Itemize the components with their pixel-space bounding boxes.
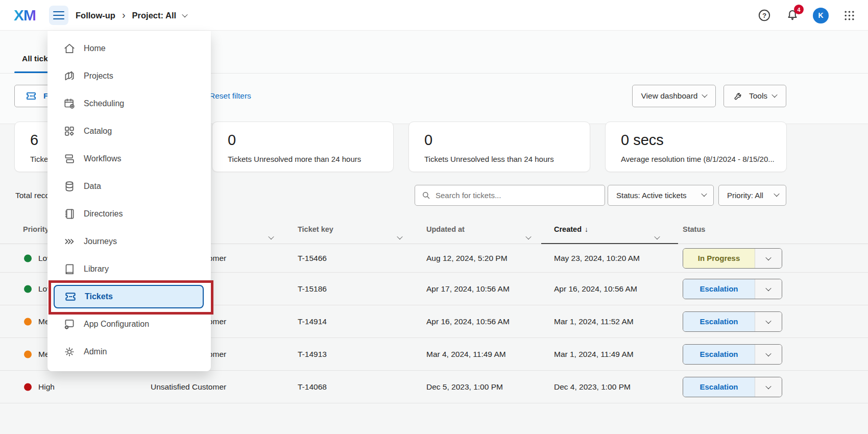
help-button[interactable]: ? xyxy=(757,8,772,23)
created-cell: Dec 4, 2023, 1:00 PM xyxy=(554,382,631,392)
search-input[interactable] xyxy=(436,191,598,200)
chevron-down-icon xyxy=(771,91,777,97)
updated-at-cell: Apr 16, 2024, 10:56 AM xyxy=(426,317,510,326)
chevron-down-icon xyxy=(755,279,782,299)
created-cell: May 23, 2024, 10:20 AM xyxy=(554,254,640,263)
menu-item-scheduling[interactable]: Scheduling xyxy=(47,90,211,117)
tools-label: Tools xyxy=(749,91,767,101)
xm-logo[interactable]: XM xyxy=(14,7,36,24)
directories-icon xyxy=(63,207,76,221)
workflows-icon xyxy=(63,152,76,165)
stat-card-unresolved-more-24h: 0 Tickets Unresolved more than 24 hours xyxy=(212,122,394,172)
projects-icon xyxy=(63,69,76,83)
status-badge: Escalation xyxy=(683,312,755,331)
column-created[interactable]: Created↓ xyxy=(554,225,588,233)
topbar-actions: ? 4 K xyxy=(757,0,857,31)
chevron-down-icon xyxy=(755,312,782,331)
column-status: Status xyxy=(683,225,705,233)
menu-item-label: Home xyxy=(84,44,106,53)
menu-item-app-configuration[interactable]: App Configuration xyxy=(47,310,211,338)
menu-item-label: Admin xyxy=(84,347,107,356)
stat-value: 0 xyxy=(228,132,381,149)
updated-at-cell: Dec 5, 2023, 1:00 PM xyxy=(426,382,503,392)
data-icon xyxy=(63,180,76,193)
view-dashboard-button[interactable]: View dashboard xyxy=(632,85,716,107)
created-cell: Apr 16, 2024, 10:56 AM xyxy=(554,284,637,294)
scheduling-icon xyxy=(63,97,76,110)
stat-label: Tickets Unresolved more than 24 hours xyxy=(228,155,381,163)
menu-item-label: Data xyxy=(84,182,101,191)
project-selector[interactable]: Project: All xyxy=(132,11,177,20)
table-row[interactable]: High Unsatisfied Customer T-14068 Dec 5,… xyxy=(0,371,868,403)
view-dashboard-label: View dashboard xyxy=(641,91,698,101)
tickets-icon xyxy=(64,290,77,303)
ticket-key-cell: T-15466 xyxy=(298,254,327,263)
chevron-down-icon[interactable] xyxy=(182,12,187,17)
updated-at-cell: Mar 4, 2024, 11:49 AM xyxy=(426,350,506,359)
admin-icon xyxy=(63,345,76,358)
priority-filter-label: Priority: All xyxy=(727,191,763,200)
menu-item-admin[interactable]: Admin xyxy=(47,338,211,366)
column-updated-at: Updated at xyxy=(426,225,465,233)
stat-card-avg-resolution: 0 secs Average resolution time (8/1/2024… xyxy=(605,122,787,172)
menu-item-label: Projects xyxy=(84,71,113,81)
chevron-down-icon xyxy=(702,91,708,97)
priority-dot xyxy=(24,350,32,358)
status-dropdown-button[interactable]: In Progress xyxy=(683,248,782,269)
app-configuration-icon xyxy=(63,318,76,331)
catalog-icon xyxy=(63,125,76,138)
journeys-icon xyxy=(63,235,76,248)
status-dropdown-button[interactable]: Escalation xyxy=(683,377,782,397)
column-created-label: Created xyxy=(554,225,582,233)
status-dropdown-button[interactable]: Escalation xyxy=(683,279,782,299)
top-bar: XM Follow-up › Project: All ? 4 xyxy=(0,0,868,31)
ticket-key-cell: T-14913 xyxy=(298,350,327,359)
chevron-down-icon xyxy=(755,377,782,397)
priority-dot xyxy=(24,285,32,293)
stat-label: Tickets Unresolved less than 24 hours xyxy=(424,155,577,163)
notifications-button[interactable]: 4 xyxy=(785,8,800,23)
menu-item-library[interactable]: Library xyxy=(47,255,211,283)
priority-filter-dropdown[interactable]: Priority: All xyxy=(718,185,786,206)
menu-item-home[interactable]: Home xyxy=(47,35,211,62)
chevron-right-icon: › xyxy=(122,10,126,21)
status-badge: Escalation xyxy=(683,279,755,299)
created-cell: Mar 1, 2024, 11:49 AM xyxy=(554,350,634,359)
app-switcher-button[interactable] xyxy=(841,8,857,23)
menu-item-projects[interactable]: Projects xyxy=(47,62,211,90)
breadcrumb-section[interactable]: Follow-up xyxy=(76,11,115,20)
menu-item-workflows[interactable]: Workflows xyxy=(47,145,211,173)
avatar[interactable]: K xyxy=(813,8,829,23)
menu-item-journeys[interactable]: Journeys xyxy=(47,228,211,255)
chevron-down-icon xyxy=(755,345,782,364)
priority-cell: High xyxy=(38,382,55,392)
wrench-icon xyxy=(733,91,744,102)
menu-item-catalog[interactable]: Catalog xyxy=(47,117,211,145)
menu-item-label: Library xyxy=(84,264,109,274)
menu-item-label: App Configuration xyxy=(84,320,149,329)
column-ticket-key: Ticket key xyxy=(298,225,333,233)
menu-item-data[interactable]: Data xyxy=(47,173,211,200)
app-root: XM Follow-up › Project: All ? 4 xyxy=(0,0,868,434)
chevron-down-icon xyxy=(701,191,707,197)
priority-dot xyxy=(24,383,32,391)
ticket-key-cell: T-14914 xyxy=(298,317,327,326)
ticket-search[interactable] xyxy=(415,185,605,206)
waffle-grid-icon xyxy=(843,9,856,22)
status-badge: Escalation xyxy=(683,345,755,364)
reset-filters-link[interactable]: Reset filters xyxy=(209,91,251,101)
stat-card-unresolved-less-24h: 0 Tickets Unresolved less than 24 hours xyxy=(408,122,590,172)
menu-item-directories[interactable]: Directories xyxy=(47,200,211,228)
tools-button[interactable]: Tools xyxy=(724,85,786,107)
library-icon xyxy=(63,262,76,276)
status-filter-dropdown[interactable]: Status: Active tickets xyxy=(608,185,714,206)
stat-label: Average resolution time (8/1/2024 - 8/15… xyxy=(621,155,774,163)
status-dropdown-button[interactable]: Escalation xyxy=(683,311,782,332)
hamburger-menu-button[interactable] xyxy=(49,6,68,25)
status-dropdown-button[interactable]: Escalation xyxy=(683,344,782,365)
svg-text:?: ? xyxy=(762,12,766,19)
menu-item-label: Journeys xyxy=(84,237,117,246)
menu-item-tickets[interactable]: Tickets xyxy=(54,285,204,308)
stat-value: 0 secs xyxy=(621,132,774,149)
sort-desc-icon: ↓ xyxy=(585,225,588,233)
